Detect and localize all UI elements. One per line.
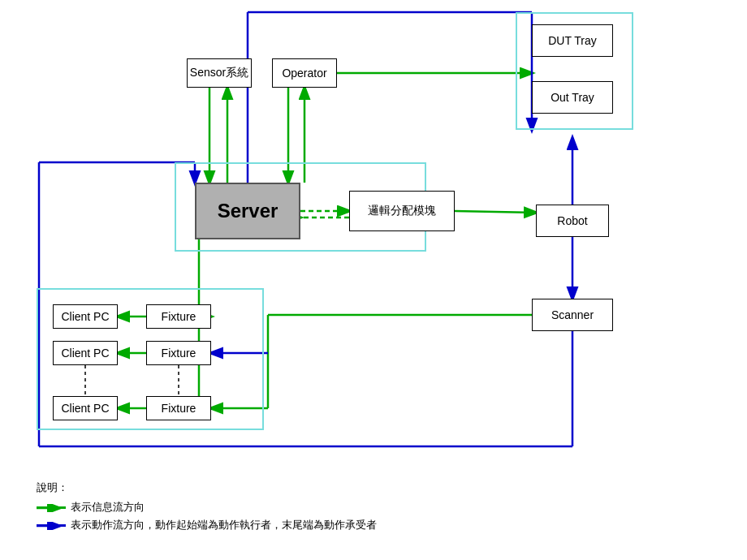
- client2-label: Client PC: [61, 347, 109, 360]
- legend-green-item: 表示信息流方向: [37, 500, 377, 515]
- logic-label: 邏輯分配模塊: [368, 204, 436, 218]
- client3-label: Client PC: [61, 402, 109, 415]
- sensor-box: Sensor系統: [187, 58, 252, 88]
- diagram-container: Sensor系統 Operator Server 邏輯分配模塊 Robot Sc…: [0, 0, 747, 560]
- fixture1-box: Fixture: [146, 304, 211, 329]
- robot-label: Robot: [557, 214, 587, 227]
- logic-box: 邏輯分配模塊: [349, 191, 455, 231]
- legend-green-text: 表示信息流方向: [71, 500, 145, 515]
- fixture3-label: Fixture: [162, 402, 196, 415]
- robot-box: Robot: [536, 205, 609, 237]
- legend-blue-item: 表示動作流方向，動作起始端為動作執行者，末尾端為動作承受者: [37, 518, 377, 532]
- out-tray-label: Out Tray: [551, 91, 594, 104]
- fixture2-box: Fixture: [146, 341, 211, 365]
- fixture3-box: Fixture: [146, 396, 211, 420]
- client1-box: Client PC: [53, 304, 118, 329]
- legend: 說明： 表示信息流方向 表示動作流方向，動作起始: [37, 480, 377, 536]
- legend-title: 說明：: [37, 480, 377, 495]
- legend-blue-text: 表示動作流方向，動作起始端為動作執行者，末尾端為動作承受者: [71, 518, 377, 532]
- server-box: Server: [195, 183, 300, 239]
- svg-line-7: [455, 211, 536, 213]
- scanner-label: Scanner: [551, 308, 594, 321]
- server-label: Server: [218, 200, 279, 222]
- fixture1-label: Fixture: [162, 310, 196, 323]
- sensor-label: Sensor系統: [190, 66, 248, 80]
- dut-tray-label: DUT Tray: [548, 34, 597, 47]
- client3-box: Client PC: [53, 396, 118, 420]
- dut-tray-box: DUT Tray: [532, 24, 613, 57]
- client1-label: Client PC: [61, 310, 109, 323]
- fixture2-label: Fixture: [162, 347, 196, 360]
- arrows-svg: [0, 0, 747, 560]
- operator-label: Operator: [282, 67, 326, 80]
- client2-box: Client PC: [53, 341, 118, 365]
- out-tray-box: Out Tray: [532, 81, 613, 114]
- scanner-box: Scanner: [532, 299, 613, 331]
- operator-box: Operator: [272, 58, 337, 88]
